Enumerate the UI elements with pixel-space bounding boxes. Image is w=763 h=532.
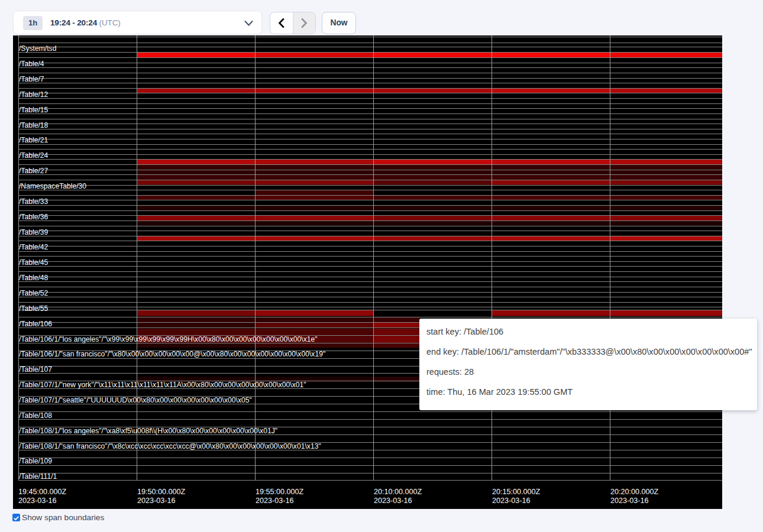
svg-text:/Table/21: /Table/21 [19,136,49,144]
svg-text:/Table/48: /Table/48 [19,274,49,282]
svg-text:/Table/7: /Table/7 [19,75,44,83]
svg-text:/Table/52: /Table/52 [19,289,49,297]
svg-text:2023-03-16: 2023-03-16 [18,497,56,505]
svg-text:/Table/108: /Table/108 [19,411,52,420]
svg-text:/Table/107/1/"seattle"/"UUUUUU: /Table/107/1/"seattle"/"UUUUUUD\x00\x80\… [19,396,252,404]
svg-text:/Table/24: /Table/24 [19,151,49,160]
svg-text:/Table/12: /Table/12 [19,90,49,99]
svg-text:20:15:00.000Z: 20:15:00.000Z [492,488,541,496]
svg-text:/Table/107: /Table/107 [19,365,52,374]
svg-text:/Table/106/1/"los angeles"/"\x: /Table/106/1/"los angeles"/"\x99\x99\x99… [19,335,318,343]
svg-text:/Table/18: /Table/18 [19,121,49,129]
svg-text:/Table/36: /Table/36 [19,213,49,221]
svg-text:2023-03-16: 2023-03-16 [492,497,530,505]
svg-text:/Table/106/1/"san francisco"/": /Table/106/1/"san francisco"/"\x80\x00\x… [19,350,325,358]
svg-text:/Table/4: /Table/4 [19,60,44,68]
svg-text:/Table/107/1/"new york"/"\x11\: /Table/107/1/"new york"/"\x11\x11\x11\x1… [19,381,306,389]
svg-text:20:10:00.000Z: 20:10:00.000Z [374,488,422,496]
svg-text:2023-03-16: 2023-03-16 [374,497,412,505]
svg-text:/Table/42: /Table/42 [19,243,49,251]
svg-text:2023-03-16: 2023-03-16 [137,497,175,505]
svg-text:/Table/108/1/"san francisco"/": /Table/108/1/"san francisco"/"\x8c\xcc\x… [19,442,321,450]
svg-text:/Table/55: /Table/55 [19,304,49,313]
svg-text:/Table/39: /Table/39 [19,228,49,236]
svg-text:/Table/27: /Table/27 [19,167,49,175]
svg-text:/System/tsd: /System/tsd [19,44,56,53]
svg-text:2023-03-16: 2023-03-16 [256,497,293,505]
svg-text:/Table/33: /Table/33 [19,197,49,206]
svg-text:/Table/109: /Table/109 [19,457,52,465]
svg-text:19:50:00.000Z: 19:50:00.000Z [137,488,186,496]
svg-text:2023-03-16: 2023-03-16 [610,497,648,505]
svg-text:/Table/15: /Table/15 [19,106,49,114]
svg-text:/Table/45: /Table/45 [19,258,49,267]
svg-text:19:55:00.000Z: 19:55:00.000Z [256,488,304,496]
svg-text:/Table/108/1/"los angeles"/"\x: /Table/108/1/"los angeles"/"\xa8\xf5\u00… [19,427,277,435]
svg-text:19:45:00.000Z: 19:45:00.000Z [18,488,67,496]
svg-text:/Table/106: /Table/106 [19,320,52,328]
svg-text:/NamespaceTable/30: /NamespaceTable/30 [19,182,86,190]
svg-text:20:20:00.000Z: 20:20:00.000Z [610,488,659,496]
svg-text:/Table/111/1: /Table/111/1 [19,472,57,481]
